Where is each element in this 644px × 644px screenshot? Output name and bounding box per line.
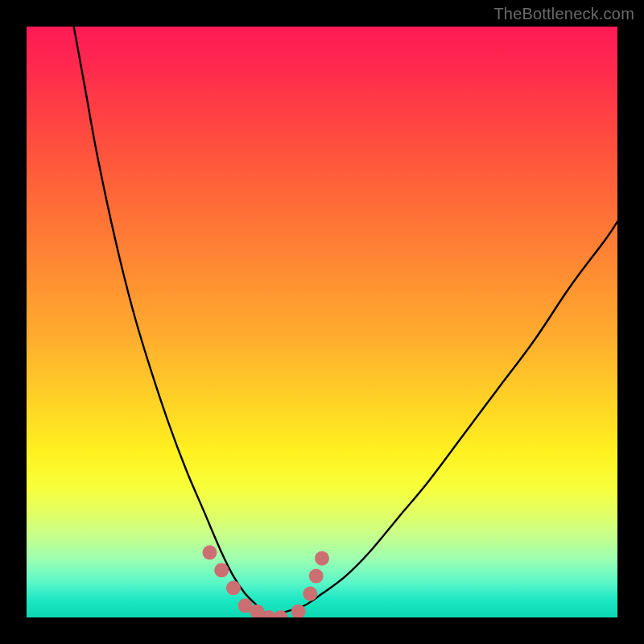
bottleneck-curve — [27, 27, 617, 617]
optimal-zone-markers — [203, 545, 330, 617]
marker-dot — [309, 569, 324, 584]
marker-dot — [214, 563, 229, 577]
watermark-text: TheBottleneck.com — [493, 5, 634, 23]
plot-area — [27, 27, 617, 617]
curve-left-branch — [74, 27, 269, 617]
marker-dot — [226, 580, 241, 595]
marker-dot — [315, 551, 329, 566]
chart-stage: TheBottleneck.com — [0, 0, 644, 644]
marker-dot — [303, 587, 317, 601]
marker-dot — [203, 545, 217, 559]
